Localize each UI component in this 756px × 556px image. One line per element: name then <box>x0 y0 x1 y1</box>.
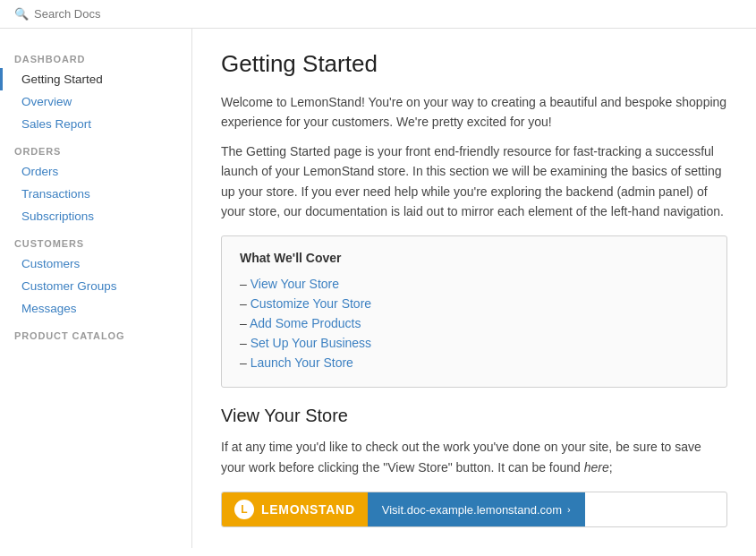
page-title: Getting Started <box>221 50 727 78</box>
view-store-paragraph: If at any time you'd like to check out t… <box>221 437 727 477</box>
sidebar-item-messages[interactable]: Messages <box>0 297 191 320</box>
list-item: – Add Some Products <box>240 313 709 333</box>
sidebar-item-transactions[interactable]: Transactions <box>0 183 191 205</box>
sidebar-section-orders: ORDERS <box>0 135 191 160</box>
cover-box-title: What We'll Cover <box>240 251 709 265</box>
visit-store-button[interactable]: Visit.doc-example.lemonstand.com › <box>368 492 585 526</box>
sidebar-item-subscriptions[interactable]: Subscriptions <box>0 205 191 227</box>
cover-link-add-products[interactable]: Add Some Products <box>250 316 361 330</box>
lemonstand-logo-icon: L <box>234 500 254 519</box>
search-icon: 🔍 <box>14 7 29 21</box>
search-bar: 🔍 <box>0 0 756 29</box>
cover-link-set-up-business[interactable]: Set Up Your Business <box>251 336 371 350</box>
intro-paragraph-1: Welcome to LemonStand! You're on your wa… <box>221 92 727 133</box>
sidebar-item-overview[interactable]: Overview <box>0 90 191 113</box>
sidebar-section-product-catalog: PRODUCT CATALOG <box>0 320 191 345</box>
sidebar-item-customers[interactable]: Customers <box>0 252 191 275</box>
cover-link-customize-store[interactable]: Customize Your Store <box>251 296 371 311</box>
cover-link-view-store[interactable]: View Your Store <box>251 277 339 291</box>
view-store-heading: View Your Store <box>221 406 727 426</box>
cover-link-launch-store[interactable]: Launch Your Store <box>251 355 353 370</box>
intro-paragraph-2: The Getting Started page is your front e… <box>221 141 727 222</box>
sidebar-item-getting-started[interactable]: Getting Started <box>0 68 191 90</box>
list-item: – Launch Your Store <box>240 353 709 372</box>
main-content: Getting Started Welcome to LemonStand! Y… <box>192 29 756 548</box>
list-item: – Set Up Your Business <box>240 333 709 353</box>
lemonstand-logo-text: LEMONSTAND <box>261 502 355 517</box>
chevron-right-icon: › <box>567 504 571 515</box>
list-item: – View Your Store <box>240 274 709 294</box>
sidebar-section-customers: CUSTOMERS <box>0 227 191 252</box>
search-input[interactable] <box>34 7 213 21</box>
cover-box: What We'll Cover – View Your Store – Cus… <box>221 235 727 388</box>
sidebar-item-sales-report[interactable]: Sales Report <box>0 113 191 135</box>
sidebar-section-dashboard: DASHBOARD <box>0 43 191 68</box>
sidebar-item-customer-groups[interactable]: Customer Groups <box>0 275 191 297</box>
sidebar: DASHBOARD Getting Started Overview Sales… <box>0 29 192 548</box>
cover-box-list: – View Your Store – Customize Your Store… <box>240 274 709 372</box>
lemonstand-banner: L LEMONSTAND Visit.doc-example.lemonstan… <box>221 492 727 527</box>
lemonstand-logo: L LEMONSTAND <box>222 492 368 526</box>
sidebar-item-orders[interactable]: Orders <box>0 160 191 183</box>
list-item: – Customize Your Store <box>240 294 709 313</box>
